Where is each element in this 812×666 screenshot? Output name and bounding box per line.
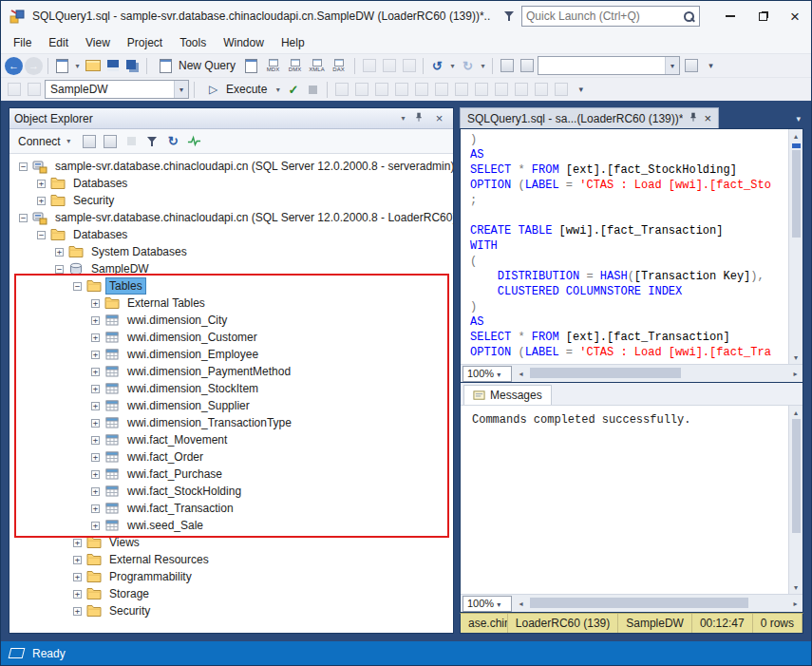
editor-tab[interactable]: SQLQuery1.sql - sa...(LoaderRC60 (139))* (460, 107, 719, 128)
expand-icon[interactable]: + (91, 487, 100, 496)
expand-icon[interactable]: + (73, 573, 82, 581)
results-to-grid-icon[interactable] (452, 81, 470, 99)
tree-item-wwi-dimension-paymentmethod[interactable]: +wwi.dimension_PaymentMethod (9, 363, 453, 380)
expand-icon[interactable]: + (91, 453, 100, 462)
results-to-text-icon[interactable] (432, 81, 450, 99)
activity-monitor-icon[interactable] (518, 57, 536, 75)
stop-icon[interactable] (304, 81, 322, 99)
include-actual-plan-icon[interactable] (392, 81, 410, 99)
expand-icon[interactable]: + (55, 248, 64, 257)
stop-icon[interactable] (123, 132, 141, 150)
database-engine-query-icon[interactable] (242, 57, 260, 75)
document-list-dropdown-icon[interactable] (796, 111, 801, 124)
dmx-query-icon[interactable]: DMX (284, 57, 306, 75)
connect-button[interactable]: Connect (13, 131, 78, 151)
collapse-icon[interactable]: − (37, 231, 46, 239)
expand-icon[interactable]: + (91, 504, 100, 513)
toolbar-combobox[interactable] (538, 56, 680, 75)
collapse-icon[interactable]: − (19, 214, 28, 222)
debug-icon[interactable] (5, 81, 23, 99)
sql-code[interactable]: )ASSELECT * FROM [ext].[fact_StockHoldin… (461, 129, 788, 364)
cut-icon[interactable] (360, 57, 378, 75)
expand-icon[interactable]: + (91, 368, 100, 376)
menu-view[interactable]: View (77, 33, 119, 52)
expand-icon[interactable]: + (73, 590, 82, 599)
expand-icon[interactable]: + (91, 436, 100, 445)
include-client-statistics-icon[interactable] (412, 81, 430, 99)
expand-icon[interactable]: + (91, 299, 100, 308)
tree-item-databases[interactable]: −Databases (9, 226, 453, 243)
activity-monitor-icon[interactable] (185, 132, 203, 150)
execute-button[interactable]: Execute (199, 80, 272, 100)
expand-icon[interactable]: + (91, 316, 100, 325)
tree-item-wwi-seed-sale[interactable]: +wwi.seed_Sale (9, 517, 453, 534)
tree-item-programmability[interactable]: +Programmability (9, 568, 453, 585)
tree-item-wwi-dimension-supplier[interactable]: +wwi.dimension_Supplier (9, 397, 453, 414)
tree-item-system-databases[interactable]: +System Databases (9, 243, 453, 260)
tree-item-wwi-fact-order[interactable]: +wwi.fact_Order (9, 448, 453, 466)
scroll-up-icon[interactable]: ▴ (794, 406, 798, 419)
save-icon[interactable] (104, 57, 122, 75)
tree-item-sample-svr-database-chinacloudapi-cn-sql-ser[interactable]: −sample-svr.database.chinacloudapi.cn (S… (9, 209, 453, 226)
tree-item-wwi-dimension-stockitem[interactable]: +wwi.dimension_StockItem (9, 380, 453, 397)
new-project-icon[interactable] (53, 57, 71, 75)
navigate-back-icon[interactable] (5, 57, 23, 75)
toolbar-overflow-icon[interactable] (702, 57, 720, 75)
menu-file[interactable]: File (5, 33, 40, 52)
collapse-icon[interactable]: − (19, 162, 28, 171)
tree-item-views[interactable]: +Views (9, 534, 453, 551)
messages-hscroll-track[interactable] (528, 595, 788, 612)
quick-launch-box[interactable] (521, 6, 700, 27)
close-button[interactable] (779, 3, 811, 29)
expand-icon[interactable]: + (73, 607, 82, 616)
messages-vertical-scrollbar[interactable]: ▴ ▾ (788, 406, 803, 594)
tree-item-wwi-fact-transaction[interactable]: +wwi.fact_Transaction (9, 500, 453, 517)
minimize-button[interactable] (714, 3, 746, 29)
navigate-forward-icon[interactable] (25, 57, 43, 75)
notifications-flag-icon[interactable] (503, 10, 515, 22)
disconnect-plug-icon[interactable] (102, 132, 120, 150)
expand-icon[interactable]: + (91, 351, 100, 359)
tree-item-security[interactable]: +Security (9, 602, 453, 619)
expand-icon[interactable]: + (91, 385, 100, 393)
intellisense-icon[interactable] (372, 81, 390, 99)
scroll-right-icon[interactable]: ▸ (788, 599, 803, 608)
redo-dropdown-icon[interactable] (479, 57, 487, 75)
pin-icon[interactable] (688, 111, 699, 125)
increase-indent-icon[interactable] (552, 81, 570, 99)
query-options-icon[interactable] (352, 81, 370, 99)
tree-item-wwi-dimension-customer[interactable]: +wwi.dimension_Customer (9, 329, 453, 346)
new-query-button[interactable]: New Query (152, 56, 240, 76)
scroll-right-icon[interactable]: ▸ (788, 370, 803, 378)
decrease-indent-icon[interactable] (532, 81, 550, 99)
mdx-query-icon[interactable]: MDX (262, 57, 284, 75)
tree-item-external-resources[interactable]: +External Resources (9, 551, 453, 568)
menu-tools[interactable]: Tools (171, 33, 215, 52)
quick-launch-input[interactable] (526, 10, 683, 23)
tree-item-wwi-dimension-city[interactable]: +wwi.dimension_City (9, 312, 453, 329)
tree-item-tables[interactable]: −Tables (9, 277, 453, 295)
database-diagram-icon[interactable] (498, 57, 516, 75)
scrollbar-thumb[interactable] (530, 598, 748, 608)
menu-project[interactable]: Project (119, 33, 171, 52)
expand-icon[interactable]: + (91, 402, 100, 410)
expand-icon[interactable]: + (73, 556, 82, 564)
tree-item-security[interactable]: +Security (9, 192, 453, 209)
undo-icon[interactable] (428, 57, 446, 75)
save-all-icon[interactable] (123, 57, 142, 75)
expand-icon[interactable]: + (91, 333, 100, 342)
collapse-icon[interactable]: − (55, 265, 64, 274)
filter-icon[interactable] (143, 132, 161, 150)
scroll-left-icon[interactable]: ◂ (514, 599, 528, 608)
code-vertical-scrollbar[interactable]: ▴ ▾ (788, 129, 803, 364)
dax-query-icon[interactable]: DAX (328, 57, 349, 75)
window-position-icon[interactable] (399, 109, 407, 127)
undo-dropdown-icon[interactable] (448, 57, 457, 75)
open-file-icon[interactable] (84, 57, 102, 75)
parse-icon[interactable] (284, 81, 302, 99)
chevron-down-icon[interactable] (174, 81, 188, 98)
tree-item-wwi-fact-purchase[interactable]: +wwi.fact_Purchase (9, 466, 453, 483)
expand-icon[interactable]: + (37, 197, 46, 205)
expand-icon[interactable]: + (91, 470, 100, 479)
scrollbar-thumb[interactable] (792, 419, 801, 533)
